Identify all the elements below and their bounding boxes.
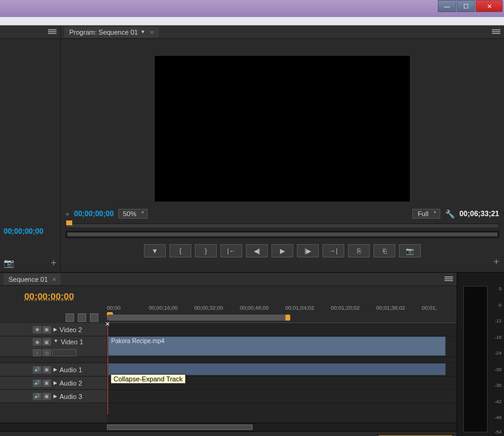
export-frame-button[interactable]: 📷 — [399, 244, 421, 257]
scroll-thumb[interactable] — [107, 424, 253, 430]
program-tab[interactable]: Program: Sequence 01 ▼ × — [64, 27, 159, 38]
track-lane-video2[interactable] — [107, 323, 457, 336]
timeline-hscrollbar[interactable] — [107, 423, 457, 431]
step-forward-button[interactable]: |▶ — [297, 244, 319, 257]
ribbon-strip — [0, 17, 504, 26]
tab-close-icon[interactable]: × — [52, 276, 56, 283]
goto-in-button[interactable]: |← — [220, 244, 242, 257]
scroll-thumb[interactable] — [67, 233, 497, 236]
lock-icon[interactable]: ▣ — [43, 326, 51, 333]
track-headers: ◉▣ ▶ Video 2 ◉▣ ▼ Video 1 ▫ ◇ 🔊▣ — [0, 323, 107, 423]
track-header-video2[interactable]: ◉▣ ▶ Video 2 — [0, 323, 107, 336]
program-current-timecode[interactable]: 00;00;00;00 — [74, 209, 114, 218]
expand-arrow-icon[interactable]: ▶ — [53, 393, 57, 399]
speaker-icon[interactable]: 🔊 — [33, 366, 41, 373]
dropdown-arrow-icon[interactable]: ▼ — [140, 29, 145, 35]
ruler-tick: 00;01;20;02 — [331, 305, 360, 311]
snap-toggle-icon[interactable] — [66, 313, 74, 322]
timeline-ruler[interactable]: 00;00 00;00;16;00 00;00;32;00 00;00;48;0… — [107, 305, 457, 323]
window-close-button[interactable]: ✕ — [475, 0, 503, 12]
meter-tick: -18 — [494, 335, 502, 340]
playhead-line[interactable]: ✕ — [107, 323, 108, 414]
speaker-icon[interactable]: 🔊 — [33, 393, 41, 400]
track-label: Video 1 — [61, 338, 83, 346]
ruler-tick: 00;01;36;02 — [376, 305, 406, 311]
timeline-track-area[interactable]: Pakora Recipe.mp4 ✕ — [107, 323, 457, 423]
program-scrubber[interactable] — [66, 223, 499, 228]
mark-out-button[interactable]: } — [195, 244, 217, 257]
quality-select[interactable]: Full — [412, 209, 440, 219]
lock-icon[interactable]: ▣ — [43, 366, 51, 373]
track-option-icon[interactable]: ◇ — [43, 349, 51, 356]
window-titlebar: — ☐ ✕ — [0, 0, 504, 17]
speaker-icon[interactable]: 🔊 — [33, 380, 41, 387]
program-panel-menu-icon[interactable] — [492, 29, 500, 35]
lock-icon[interactable]: ▣ — [43, 338, 51, 346]
audio-clip[interactable] — [108, 363, 446, 375]
lift-button[interactable]: ⎘ — [348, 244, 370, 257]
meter-tick: -54 — [494, 429, 502, 435]
meter-tick: -12 — [494, 318, 502, 324]
status-bar: Conforming Pakora Recipe.mp4 — [0, 431, 457, 436]
lock-icon[interactable]: ▣ — [43, 393, 51, 400]
sequence-tab[interactable]: Sequence 01 × — [4, 274, 61, 285]
anchor-icon: ⎆ — [66, 211, 69, 217]
step-back-button[interactable]: ◀| — [246, 244, 268, 257]
eye-icon[interactable]: ◉ — [33, 338, 41, 346]
tab-close-icon[interactable]: × — [150, 29, 154, 36]
zoom-handle[interactable] — [285, 315, 290, 321]
add-program-button[interactable]: + — [494, 256, 499, 267]
timeline-zoom-bar[interactable] — [107, 315, 289, 321]
add-source-button[interactable]: + — [51, 257, 56, 268]
sequence-tab-label: Sequence 01 — [9, 276, 48, 283]
timeline-timecode[interactable]: 00;00;00;00 — [0, 286, 457, 305]
source-panel-menu-icon[interactable] — [48, 29, 56, 35]
track-header-video1[interactable]: ◉▣ ▼ Video 1 ▫ ◇ — [0, 336, 107, 357]
scrub-playhead-icon[interactable] — [66, 220, 72, 225]
ruler-tick: 00;00;48;00 — [240, 305, 269, 311]
playhead-cap-icon[interactable]: ✕ — [105, 321, 111, 325]
camera-icon: 📷 — [4, 258, 14, 268]
video-clip[interactable]: Pakora Recipe.mp4 — [108, 336, 446, 356]
track-lane-audio3[interactable] — [107, 390, 457, 403]
track-separator — [107, 357, 457, 363]
program-panel: Program: Sequence 01 ▼ × ⎆ 00;00;00;00 5… — [61, 26, 504, 272]
track-header-audio1[interactable]: 🔊▣ ▶ Audio 1 — [0, 363, 107, 376]
extract-button[interactable]: ⎗ — [373, 244, 395, 257]
settings-tool-icon[interactable] — [90, 313, 98, 322]
ruler-tick: 00;00;32;00 — [194, 305, 223, 311]
meter-tick: -6 — [497, 302, 502, 308]
window-maximize-button[interactable]: ☐ — [457, 0, 475, 12]
program-video-preview[interactable] — [155, 56, 410, 202]
program-scrollbar[interactable] — [66, 231, 499, 238]
collapse-arrow-icon[interactable]: ▼ — [53, 338, 58, 344]
play-button[interactable]: ▶ — [271, 244, 293, 257]
lock-icon[interactable]: ▣ — [43, 380, 51, 387]
track-header-audio2[interactable]: 🔊▣ ▶ Audio 2 — [0, 376, 107, 390]
track-display-mode[interactable] — [52, 349, 77, 356]
mark-in-button[interactable]: { — [169, 244, 191, 257]
ruler-tick: 00;01; — [421, 305, 437, 311]
timeline-panel-menu-icon[interactable] — [444, 276, 453, 282]
audio-meter-panel: 0 -6 -12 -18 -24 -30 -36 -42 -48 -54 dB — [457, 273, 504, 436]
audio-level-meter — [463, 286, 488, 432]
goto-out-button[interactable]: →| — [322, 244, 344, 257]
meter-tick: -36 — [494, 383, 502, 388]
expand-arrow-icon[interactable]: ▶ — [53, 380, 57, 386]
transport-controls: ▼ { } |← ◀| ▶ |▶ →| ⎘ ⎗ 📷 — [61, 240, 504, 261]
track-header-audio3[interactable]: 🔊▣ ▶ Audio 3 — [0, 390, 107, 403]
marker-tool-icon[interactable] — [78, 313, 86, 322]
window-minimize-button[interactable]: — — [438, 0, 456, 12]
program-duration: 00;06;33;21 — [460, 209, 499, 218]
zoom-select[interactable]: 50% — [118, 209, 148, 219]
mark-clip-button[interactable]: ▼ — [144, 244, 166, 257]
expand-arrow-icon[interactable]: ▶ — [53, 367, 57, 372]
expand-arrow-icon[interactable]: ▶ — [53, 327, 57, 332]
tooltip: Collapse-Expand Track — [111, 374, 186, 384]
ruler-tick: 00;01;04;02 — [285, 305, 315, 311]
source-panel: 00;00;00;00 📷 + — [0, 26, 61, 272]
track-option-icon[interactable]: ▫ — [33, 349, 41, 356]
program-tab-label: Program: Sequence 01 — [69, 29, 138, 36]
eye-icon[interactable]: ◉ — [33, 326, 41, 333]
settings-wrench-icon[interactable]: 🔧 — [445, 209, 455, 219]
